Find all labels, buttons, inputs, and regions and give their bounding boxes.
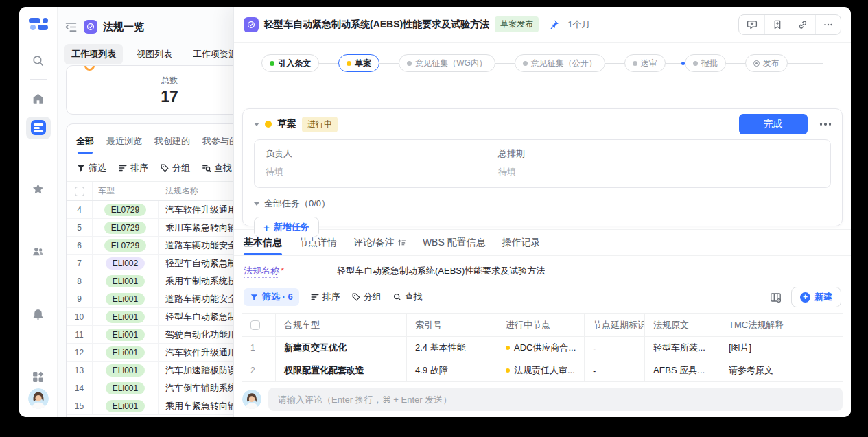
home-icon[interactable] <box>26 86 51 109</box>
user-avatar <box>242 390 261 409</box>
step-submit[interactable]: 送审 <box>624 54 666 72</box>
field-label: 法规名称* <box>244 265 337 277</box>
sort-button[interactable]: 排序 <box>310 291 340 303</box>
search-icon[interactable] <box>26 49 51 72</box>
step-import[interactable]: 引入条文 <box>261 54 319 72</box>
table-row[interactable]: 4EL0729汽车软件升级通用技 <box>67 201 257 219</box>
step-draft[interactable]: 草案 <box>338 54 379 72</box>
cell-delay: - <box>584 359 644 381</box>
tab-all[interactable]: 全部 <box>76 135 94 154</box>
field-value[interactable]: 待填 <box>498 166 819 178</box>
column-header: 合规车型 <box>275 314 406 336</box>
table-row[interactable]: 12ELi001汽车软件升级通用技 <box>67 344 257 362</box>
comment-input[interactable] <box>268 388 843 411</box>
tab-node-details[interactable]: 节点详情 <box>298 230 337 255</box>
column-model: 车型 <box>93 182 159 200</box>
cell-delay: - <box>584 337 644 359</box>
plus-circle-icon: + <box>800 292 810 303</box>
cell-index: 4.9 故障 <box>406 359 497 381</box>
find-button[interactable]: 查找 <box>392 291 423 303</box>
row-index: 11 <box>67 326 93 343</box>
detail-header: 轻型车自动紧急制动系统(AEBS)性能要求及试验方法 草案发布 1个月 <box>234 7 851 43</box>
table-row[interactable]: 14ELi001汽车倒车辅助系统技 <box>67 379 257 397</box>
table-row[interactable]: 13ELi001汽车加速踏板防误踩 <box>67 362 257 379</box>
tasks-toggle[interactable]: 全部任务（0/0） <box>254 198 831 210</box>
table-row[interactable]: 5EL0729乘用车紧急转向辅助 <box>67 219 257 237</box>
row-index: 9 <box>67 290 93 307</box>
select-all-checkbox[interactable] <box>75 187 84 196</box>
table-row[interactable]: 9ELi001道路车辆功能安全 <box>67 290 257 308</box>
tab-recent[interactable]: 最近浏览 <box>106 135 142 154</box>
field-value[interactable]: 轻型车自动紧急制动系统(AEBS)性能要求及试验方法 <box>337 265 545 277</box>
more-icon[interactable] <box>815 15 841 34</box>
row-index: 14 <box>67 379 93 397</box>
pin-icon[interactable] <box>548 19 559 30</box>
column-config-icon[interactable] <box>770 292 782 303</box>
tab-created-by-me[interactable]: 我创建的 <box>154 135 190 154</box>
tab-view-list[interactable]: 视图列表 <box>130 44 179 64</box>
tab-workitem-list[interactable]: 工作项列表 <box>64 44 123 64</box>
table-row[interactable]: 8ELi001乘用车制动系统技术 <box>67 272 257 290</box>
row-index: 6 <box>67 237 93 254</box>
sort-icon <box>310 292 320 302</box>
sort-button[interactable]: 排序 <box>118 162 148 174</box>
step-wg-review[interactable]: 意见征集（WG内） <box>399 54 495 72</box>
cell-source: AEBS 应具... <box>644 359 720 381</box>
table-row[interactable]: 15ELi001乘用车紧急转向辅助 <box>67 397 257 415</box>
collapse-node-icon[interactable] <box>254 123 259 126</box>
model-tag: ELi001 <box>106 293 145 305</box>
regulation-name-field: 法规名称* 轻型车自动紧急制动系统(AEBS)性能要求及试验方法 <box>234 256 851 283</box>
column-header: 索引号 <box>406 314 497 336</box>
regulations-table-card: 全部 最近浏览 我创建的 我参与的 筛选 排序 分组 <box>66 123 258 417</box>
table-row[interactable]: 7ELi002轻型车自动紧急制动 <box>67 255 257 272</box>
panel-tabs: 工作项列表 视图列表 工作项资源库 <box>58 34 233 64</box>
select-all-checkbox[interactable] <box>250 320 260 330</box>
tab-activity-log[interactable]: 操作记录 <box>502 230 541 255</box>
tab-wbs-config[interactable]: WBS 配置信息 <box>423 230 486 255</box>
bookmark-add-icon[interactable] <box>764 15 790 34</box>
filter-active-chip[interactable]: 筛选 · 6 <box>244 288 299 306</box>
model-tag: ELi002 <box>106 257 145 270</box>
step-approval[interactable]: 报批 <box>685 54 726 72</box>
model-tag: ELi001 <box>106 382 145 394</box>
tab-comments[interactable]: 评论/备注 <box>353 230 406 255</box>
filter-button[interactable]: 筛选 <box>76 162 106 174</box>
add-comment-icon[interactable] <box>739 15 764 34</box>
bell-icon[interactable] <box>26 303 51 325</box>
find-button[interactable]: 查找 <box>202 162 232 174</box>
field-value[interactable]: 待填 <box>266 166 498 178</box>
members-icon[interactable] <box>26 240 51 263</box>
star-icon[interactable] <box>26 178 51 200</box>
sidebar-item-project-active[interactable] <box>26 117 51 139</box>
field-label: 负责人 <box>266 147 498 160</box>
complete-button[interactable]: 完成 <box>739 114 808 134</box>
node-more-icon[interactable] <box>820 123 832 126</box>
group-button[interactable]: 分组 <box>351 291 382 303</box>
step-publish[interactable]: 发布 <box>745 54 788 72</box>
detail-title: 轻型车自动紧急制动系统(AEBS)性能要求及试验方法 <box>264 19 489 31</box>
model-tag: ELi001 <box>106 400 145 412</box>
row-index: 12 <box>67 344 93 361</box>
tab-basic-info[interactable]: 基本信息 <box>244 230 282 255</box>
link-icon[interactable] <box>790 15 815 34</box>
row-index: 2 <box>242 359 275 381</box>
apps-grid-icon[interactable] <box>26 366 51 388</box>
subtable-row[interactable]: 2 权限配置化配套改造 4.9 故障 法规责任人审... - AEBS 应具..… <box>242 359 843 382</box>
funnel-icon <box>76 163 86 173</box>
model-tag: ELi001 <box>106 311 145 323</box>
step-public-review[interactable]: 意见征集（公开） <box>515 54 605 72</box>
funnel-icon <box>250 293 259 302</box>
row-index: 15 <box>67 397 93 414</box>
workitem-type-icon <box>84 20 97 34</box>
group-button[interactable]: 分组 <box>160 162 190 174</box>
node-status-dot <box>265 121 272 128</box>
collapse-sidebar-icon[interactable] <box>63 19 78 34</box>
create-button[interactable]: + 新建 <box>791 287 841 307</box>
table-row[interactable]: 11ELi001驾驶自动化功能用户 <box>67 326 257 344</box>
table-row[interactable]: 6EL0729道路车辆功能安全 <box>67 237 257 255</box>
subtable-row[interactable]: 1 新建页交互优化 2.4 基本性能 ADC供应商合... - 轻型车所装...… <box>242 337 843 359</box>
project-doc-icon <box>31 120 46 135</box>
user-avatar[interactable] <box>28 388 49 409</box>
table-row[interactable]: 10ELi001轻型车自动紧急制动 <box>67 308 257 326</box>
comment-sort-icon <box>397 238 406 247</box>
